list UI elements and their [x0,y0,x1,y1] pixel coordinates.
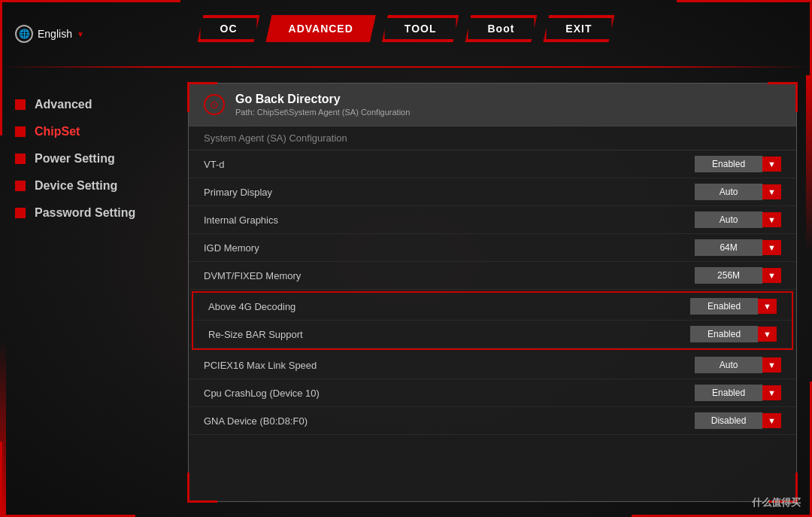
highlighted-group: Above 4G DecodingEnabled▼Re-Size BAR Sup… [192,291,793,350]
setting-row-above-4g-decoding[interactable]: Above 4G DecodingEnabled▼ [193,293,792,321]
value-dropdown-arrow-cpu-crashlog[interactable]: ▼ [762,385,781,400]
setting-label-internal-graphics: Internal Graphics [204,214,695,226]
value-dropdown-arrow-pciex16-max-link-speed[interactable]: ▼ [762,357,781,373]
sidebar-label-advanced: Advanced [35,98,92,111]
language-label: English [38,28,72,40]
value-dropdown-arrow-above-4g-decoding[interactable]: ▼ [758,299,777,314]
section-header: System Agent (SA) Configuration [189,126,796,151]
value-dropdown-arrow-gna-device[interactable]: ▼ [762,413,781,428]
go-back-text: Go Back Directory Path: ChipSet\System A… [235,93,410,117]
sidebar-bullet-password-setting [15,208,26,218]
header: 🌐 English ▼ OCADVANCEDTOOLBootEXIT [0,0,812,68]
header-divider [0,66,812,68]
setting-label-vt-d: VT-d [204,159,695,170]
content-panel: ⊙ Go Back Directory Path: ChipSet\System… [188,83,797,502]
setting-label-igd-memory: IGD Memory [204,242,695,254]
sidebar-bullet-chipset [15,126,26,137]
nav-tab-tool[interactable]: TOOL [382,15,459,42]
content-corner-bl [187,473,217,503]
setting-value-gna-device: Disabled▼ [695,412,781,429]
nav-tab-advanced[interactable]: ADVANCED [266,15,376,42]
sidebar-label-chipset: ChipSet [35,125,80,138]
setting-value-cpu-crashlog: Enabled▼ [695,385,781,401]
setting-value-internal-graphics: Auto▼ [695,211,781,228]
language-selector[interactable]: 🌐 English ▼ [15,25,84,43]
setting-value-above-4g-decoding: Enabled▼ [690,298,777,315]
sidebar-bullet-advanced [15,99,26,110]
sidebar-item-power-setting[interactable]: Power Setting [15,152,165,166]
nav-tab-boot[interactable]: Boot [465,15,537,42]
setting-row-igd-memory[interactable]: IGD Memory64M▼ [189,234,796,262]
go-back-row[interactable]: ⊙ Go Back Directory Path: ChipSet\System… [189,84,796,126]
setting-label-dvmt-fixed-memory: DVMT/FIXED Memory [204,270,695,281]
setting-value-pciex16-max-link-speed: Auto▼ [695,357,781,373]
setting-row-re-size-bar-support[interactable]: Re-Size BAR SupportEnabled▼ [193,321,792,348]
setting-row-primary-display[interactable]: Primary DisplayAuto▼ [189,178,796,206]
sidebar-bullet-device-setting [15,181,26,191]
setting-label-pciex16-max-link-speed: PCIEX16 Max Link Speed [204,360,695,371]
watermark: 什么值得买 [752,496,801,509]
left-decoration [0,75,6,517]
setting-value-igd-memory: 64M▼ [695,239,781,256]
nav-tab-exit[interactable]: EXIT [543,15,614,42]
nav-tabs: OCADVANCEDTOOLBootEXIT [198,15,615,42]
setting-row-pciex16-max-link-speed[interactable]: PCIEX16 Max Link SpeedAuto▼ [189,351,796,379]
setting-value-primary-display: Auto▼ [695,184,781,200]
language-dropdown-arrow: ▼ [77,30,84,38]
setting-label-re-size-bar-support: Re-Size BAR Support [208,329,690,340]
setting-label-primary-display: Primary Display [204,187,695,198]
value-dropdown-arrow-vt-d[interactable]: ▼ [762,157,781,172]
setting-label-cpu-crashlog: Cpu CrashLog (Device 10) [204,388,695,399]
main-layout: AdvancedChipSetPower SettingDevice Setti… [0,75,812,517]
globe-icon: 🌐 [15,25,33,43]
setting-row-dvmt-fixed-memory[interactable]: DVMT/FIXED Memory256M▼ [189,262,796,290]
sidebar-bullet-power-setting [15,154,26,164]
value-dropdown-arrow-internal-graphics[interactable]: ▼ [762,212,781,227]
setting-row-internal-graphics[interactable]: Internal GraphicsAuto▼ [189,206,796,234]
value-dropdown-arrow-re-size-bar-support[interactable]: ▼ [758,327,777,342]
setting-label-gna-device: GNA Device (B0:D8:F0) [204,415,695,427]
setting-row-vt-d[interactable]: VT-dEnabled▼ [189,151,796,178]
setting-label-above-4g-decoding: Above 4G Decoding [208,301,690,312]
sidebar-item-chipset[interactable]: ChipSet [15,125,165,138]
right-decoration [806,75,812,517]
sidebar-item-password-setting[interactable]: Password Setting [15,206,165,220]
sidebar: AdvancedChipSetPower SettingDevice Setti… [0,75,180,517]
setting-row-cpu-crashlog[interactable]: Cpu CrashLog (Device 10)Enabled▼ [189,379,796,407]
settings-table: VT-dEnabled▼Primary DisplayAuto▼Internal… [189,151,796,435]
sidebar-item-device-setting[interactable]: Device Setting [15,179,165,193]
nav-tab-oc[interactable]: OC [198,15,260,42]
go-back-path: Path: ChipSet\System Agent (SA) Configur… [235,108,410,117]
setting-value-dvmt-fixed-memory: 256M▼ [695,267,781,284]
sidebar-item-advanced[interactable]: Advanced [15,98,165,111]
setting-value-re-size-bar-support: Enabled▼ [690,326,777,342]
sidebar-label-power-setting: Power Setting [35,152,115,166]
setting-value-vt-d: Enabled▼ [695,156,781,172]
sidebar-label-device-setting: Device Setting [35,179,117,193]
value-dropdown-arrow-dvmt-fixed-memory[interactable]: ▼ [762,268,781,283]
content-corner-tr [768,82,798,112]
value-dropdown-arrow-primary-display[interactable]: ▼ [762,184,781,199]
setting-row-gna-device[interactable]: GNA Device (B0:D8:F0)Disabled▼ [189,407,796,435]
sidebar-label-password-setting: Password Setting [35,206,135,220]
content-corner-tl [187,82,217,112]
go-back-title: Go Back Directory [235,93,410,106]
value-dropdown-arrow-igd-memory[interactable]: ▼ [762,240,781,255]
